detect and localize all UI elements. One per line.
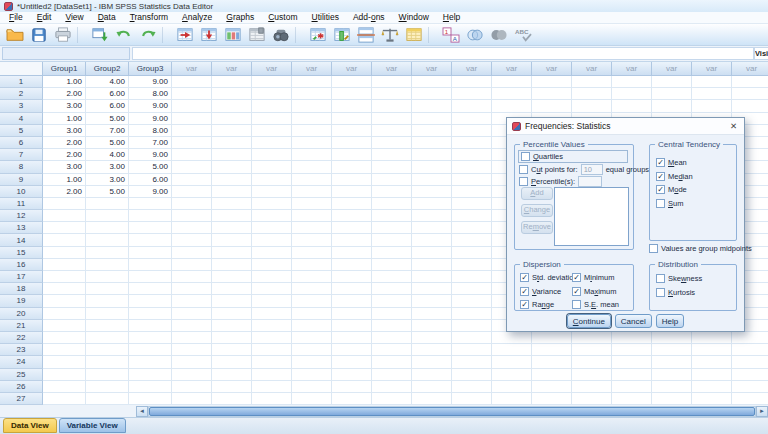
- cell-r4-var3[interactable]: [252, 113, 292, 125]
- column-header-var[interactable]: var: [652, 62, 692, 76]
- std-deviation-option-checkbox[interactable]: ✓: [520, 273, 529, 282]
- cell-r10c1[interactable]: 2.00: [43, 186, 86, 198]
- cell-r22-var15[interactable]: [732, 332, 768, 344]
- cell-r24-var3[interactable]: [252, 356, 292, 368]
- cell-r25-var9[interactable]: [492, 369, 532, 381]
- cell-r10-var4[interactable]: [292, 186, 332, 198]
- cell-r1-var14[interactable]: [692, 76, 732, 88]
- cell-r25-var10[interactable]: [532, 369, 572, 381]
- cell-r8c3[interactable]: 5.00: [129, 161, 172, 173]
- cell-r16-var2[interactable]: [212, 259, 252, 271]
- cell-r13-var5[interactable]: [332, 222, 372, 234]
- cell-r1-var1[interactable]: [172, 76, 212, 88]
- cell-r19-var2[interactable]: [212, 295, 252, 307]
- cancel-button[interactable]: Cancel: [615, 314, 652, 328]
- mode-option[interactable]: ✓Mode: [656, 185, 687, 194]
- cell-r10-var6[interactable]: [372, 186, 412, 198]
- cell-r13c1[interactable]: [43, 222, 86, 234]
- cell-r11c3[interactable]: [129, 198, 172, 210]
- row-header-7[interactable]: 7: [0, 149, 43, 161]
- range-option[interactable]: ✓Range: [520, 300, 554, 309]
- cell-r23c3[interactable]: [129, 344, 172, 356]
- variance-option[interactable]: ✓Variance: [520, 287, 561, 296]
- cell-r24-var2[interactable]: [212, 356, 252, 368]
- scroll-right-button[interactable]: ►: [756, 406, 768, 417]
- cell-r1c3[interactable]: 9.00: [129, 76, 172, 88]
- cell-r9c1[interactable]: 1.00: [43, 174, 86, 186]
- menu-transform[interactable]: Transform: [123, 12, 175, 23]
- cell-r20c2[interactable]: [86, 308, 129, 320]
- cell-r1c1[interactable]: 1.00: [43, 76, 86, 88]
- cell-r22-var3[interactable]: [252, 332, 292, 344]
- cell-r14-var6[interactable]: [372, 234, 412, 246]
- cell-r5c2[interactable]: 7.00: [86, 125, 129, 137]
- row-header-2[interactable]: 2: [0, 88, 43, 100]
- cell-r24c2[interactable]: [86, 356, 129, 368]
- cell-r15-var6[interactable]: [372, 247, 412, 259]
- cell-r27c2[interactable]: [86, 393, 129, 405]
- cell-r19-var7[interactable]: [412, 295, 452, 307]
- row-header-22[interactable]: 22: [0, 332, 43, 344]
- help-button[interactable]: Help: [656, 314, 684, 328]
- values-are-group-midpoints-option[interactable]: Values are group midpoints: [649, 244, 752, 253]
- row-header-12[interactable]: 12: [0, 210, 43, 222]
- column-header-group1[interactable]: Group1: [43, 62, 86, 76]
- cell-r2c2[interactable]: 6.00: [86, 88, 129, 100]
- cell-r3-var3[interactable]: [252, 100, 292, 112]
- cell-r24-var12[interactable]: [612, 356, 652, 368]
- row-header-15[interactable]: 15: [0, 247, 43, 259]
- cell-r1-var15[interactable]: [732, 76, 768, 88]
- cell-r11-var4[interactable]: [292, 198, 332, 210]
- cell-r17c1[interactable]: [43, 271, 86, 283]
- row-header-24[interactable]: 24: [0, 356, 43, 368]
- row-header-20[interactable]: 20: [0, 308, 43, 320]
- show-all-variables-icon[interactable]: [487, 25, 511, 44]
- cell-r27-var8[interactable]: [452, 393, 492, 405]
- cell-r21-var3[interactable]: [252, 320, 292, 332]
- cell-r13-var7[interactable]: [412, 222, 452, 234]
- variable-properties-icon[interactable]: [245, 25, 269, 44]
- cell-r22-var11[interactable]: [572, 332, 612, 344]
- cell-r22-var7[interactable]: [412, 332, 452, 344]
- cell-r22c1[interactable]: [43, 332, 86, 344]
- cell-r6-var6[interactable]: [372, 137, 412, 149]
- cell-r26-var4[interactable]: [292, 381, 332, 393]
- cell-r24-var14[interactable]: [692, 356, 732, 368]
- undo-icon[interactable]: [112, 25, 136, 44]
- row-header-23[interactable]: 23: [0, 344, 43, 356]
- cell-r27c1[interactable]: [43, 393, 86, 405]
- cell-r1-var6[interactable]: [372, 76, 412, 88]
- print-icon[interactable]: [51, 25, 75, 44]
- continue-button[interactable]: Continue: [567, 314, 611, 328]
- cell-r11-var8[interactable]: [452, 198, 492, 210]
- cell-r16c1[interactable]: [43, 259, 86, 271]
- cell-r22-var6[interactable]: [372, 332, 412, 344]
- cell-r7-var5[interactable]: [332, 149, 372, 161]
- cell-r4-var2[interactable]: [212, 113, 252, 125]
- column-header-var[interactable]: var: [532, 62, 572, 76]
- add-button[interactable]: Add: [521, 187, 553, 200]
- row-header-4[interactable]: 4: [0, 113, 43, 125]
- cell-r6-var5[interactable]: [332, 137, 372, 149]
- cell-r14-var1[interactable]: [172, 234, 212, 246]
- cell-r18c1[interactable]: [43, 283, 86, 295]
- cell-r4c3[interactable]: 9.00: [129, 113, 172, 125]
- value-labels-icon[interactable]: 1A: [439, 25, 463, 44]
- cell-r18c3[interactable]: [129, 283, 172, 295]
- cell-r21-var7[interactable]: [412, 320, 452, 332]
- cell-r4-var1[interactable]: [172, 113, 212, 125]
- cell-r25-var3[interactable]: [252, 369, 292, 381]
- cell-r7-var1[interactable]: [172, 149, 212, 161]
- cell-r9-var2[interactable]: [212, 174, 252, 186]
- column-header-var[interactable]: var: [372, 62, 412, 76]
- percentiles-option[interactable]: Percentile(s):: [519, 177, 575, 186]
- cell-r3-var10[interactable]: [532, 100, 572, 112]
- cell-r23-var12[interactable]: [612, 344, 652, 356]
- cell-r15-var7[interactable]: [412, 247, 452, 259]
- cell-r3c2[interactable]: 6.00: [86, 100, 129, 112]
- cell-r1-var9[interactable]: [492, 76, 532, 88]
- cell-r2-var6[interactable]: [372, 88, 412, 100]
- cell-r25c2[interactable]: [86, 369, 129, 381]
- cell-r19-var1[interactable]: [172, 295, 212, 307]
- cell-r3-var9[interactable]: [492, 100, 532, 112]
